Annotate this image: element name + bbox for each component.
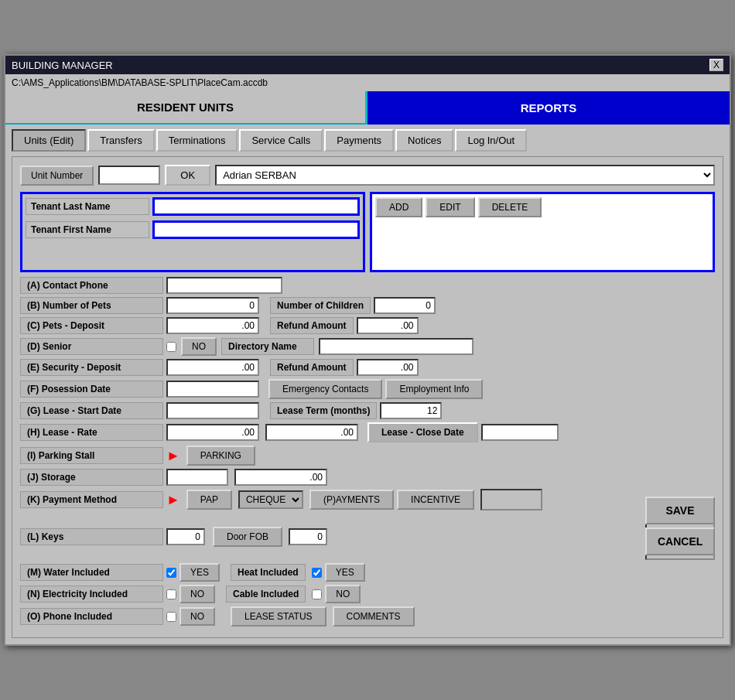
possession-date-input[interactable] xyxy=(166,381,259,398)
tab-notices[interactable]: Notices xyxy=(395,129,453,152)
main-window: BUILDING MANAGER X C:\AMS_Applications\B… xyxy=(4,54,731,646)
lease-close-date-input[interactable] xyxy=(481,424,559,441)
water-checkbox[interactable] xyxy=(166,568,176,578)
add-button[interactable]: ADD xyxy=(375,197,422,217)
water-included-label: (M) Water Included xyxy=(20,564,163,581)
electricity-included-label: (N) Electricity Included xyxy=(20,586,163,603)
lease-close-date-button[interactable]: Lease - Close Date xyxy=(368,422,478,442)
tenant-last-name-label: Tenant Last Name xyxy=(26,198,149,215)
payments-button[interactable]: (P)AYMENTS xyxy=(309,490,394,510)
contact-phone-input[interactable] xyxy=(166,277,282,294)
lease-status-button[interactable]: LEASE STATUS xyxy=(231,606,326,627)
heat-yes-btn[interactable]: YES xyxy=(325,563,365,582)
payment-method-label: (K) Payment Method xyxy=(20,491,163,508)
keys-input[interactable] xyxy=(166,528,205,545)
security-deposit-input[interactable] xyxy=(166,359,259,376)
cancel-button[interactable]: CANCEL xyxy=(645,528,715,555)
security-refund-input[interactable] xyxy=(357,359,419,376)
payment-method-row: (K) Payment Method ► PAP CHEQUE (P)AYMEN… xyxy=(20,489,715,510)
lease-start-input[interactable] xyxy=(166,402,259,419)
tab-service-calls[interactable]: Service Calls xyxy=(239,129,323,152)
tenant-last-name-input[interactable] xyxy=(152,197,360,216)
unit-number-row: Unit Number OK Adrian SERBAN xyxy=(20,165,715,186)
reports-tab[interactable]: REPORTS xyxy=(368,91,730,125)
storage-input2[interactable] xyxy=(234,469,327,486)
delete-button[interactable]: DELETE xyxy=(478,197,542,217)
lease-term-label: Lease Term (months) xyxy=(270,402,377,419)
water-included-row: (M) Water Included YES Heat Included YES xyxy=(20,563,715,582)
contact-phone-row: (A) Contact Phone xyxy=(20,277,715,294)
save-button[interactable]: SAVE xyxy=(645,497,715,524)
electricity-included-row: (N) Electricity Included NO Cable Includ… xyxy=(20,585,715,603)
fob-input[interactable] xyxy=(289,528,327,545)
heat-checkbox[interactable] xyxy=(312,568,322,578)
ok-button[interactable]: OK xyxy=(165,165,210,186)
tenant-select[interactable]: Adrian SERBAN xyxy=(215,165,715,186)
phone-checkbox[interactable] xyxy=(166,612,176,622)
children-input[interactable] xyxy=(374,297,436,314)
directory-name-input[interactable] xyxy=(319,338,473,355)
save-cancel-area: SAVE CANCEL xyxy=(645,514,715,560)
electricity-controls: NO xyxy=(166,585,215,603)
tenant-section: Tenant Last Name Tenant First Name ADD E… xyxy=(20,192,715,272)
senior-no-btn[interactable]: NO xyxy=(181,337,217,356)
senior-row: (D) Senior NO Directory Name xyxy=(20,337,715,356)
unit-number-input[interactable] xyxy=(98,166,160,185)
tab-payments[interactable]: Payments xyxy=(324,129,394,152)
tab-units-edit[interactable]: Units (Edit) xyxy=(12,129,86,152)
door-fob-button[interactable]: Door FOB xyxy=(213,527,282,547)
cable-included-label: Cable Included xyxy=(226,586,306,603)
edit-button[interactable]: EDIT xyxy=(426,197,474,217)
tab-log-in-out[interactable]: Log In/Out xyxy=(455,129,527,152)
pets-refund-label: Refund Amount xyxy=(270,317,354,334)
cable-no-btn[interactable]: NO xyxy=(325,585,361,603)
tenant-first-name-label: Tenant First Name xyxy=(26,221,149,238)
top-nav: RESIDENT UNITS REPORTS xyxy=(5,91,730,125)
lease-rate-input1[interactable] xyxy=(166,424,259,441)
directory-name-label: Directory Name xyxy=(221,338,314,355)
lease-start-row: (G) Lease - Start Date Lease Term (month… xyxy=(20,402,715,419)
lease-rate-input2[interactable] xyxy=(265,424,358,441)
pap-button[interactable]: PAP xyxy=(186,490,232,510)
lease-term-input[interactable] xyxy=(380,402,442,419)
parking-arrow-icon: ► xyxy=(166,448,180,464)
storage-input1[interactable] xyxy=(166,469,228,486)
window-title: BUILDING MANAGER xyxy=(12,60,113,71)
pets-deposit-input[interactable] xyxy=(166,317,259,334)
tab-terminations[interactable]: Terminations xyxy=(156,129,238,152)
close-button[interactable]: X xyxy=(709,59,723,71)
resident-units-tab[interactable]: RESIDENT UNITS xyxy=(5,91,368,125)
electricity-checkbox[interactable] xyxy=(166,589,176,599)
parking-stall-row: (I) Parking Stall ► PARKING xyxy=(20,446,715,466)
tab-transfers[interactable]: Transfers xyxy=(87,129,154,152)
emergency-contacts-button[interactable]: Emergency Contacts xyxy=(268,379,382,399)
comments-button[interactable]: COMMENTS xyxy=(333,606,415,627)
cable-checkbox[interactable] xyxy=(312,589,322,599)
incentive-button[interactable]: INCENTIVE xyxy=(397,490,474,510)
payment-arrow-icon: ► xyxy=(166,492,180,508)
phone-no-btn[interactable]: NO xyxy=(179,607,215,626)
tab-row: Units (Edit) Transfers Terminations Serv… xyxy=(5,125,730,152)
heat-controls: YES xyxy=(312,563,365,582)
storage-label: (J) Storage xyxy=(20,469,163,486)
heat-included-label: Heat Included xyxy=(231,564,306,581)
employment-info-button[interactable]: Employment Info xyxy=(385,379,483,399)
tenant-first-name-input[interactable] xyxy=(152,220,360,239)
tenant-right-section: ADD EDIT DELETE xyxy=(370,192,715,272)
pets-input[interactable] xyxy=(166,297,259,314)
water-yes-btn[interactable]: YES xyxy=(179,563,220,582)
tenant-right-buttons: ADD EDIT DELETE xyxy=(375,197,709,217)
file-path: C:\AMS_Applications\BM\DATABASE-SPLIT\Pl… xyxy=(5,74,730,91)
pets-refund-input[interactable] xyxy=(357,317,419,334)
storage-row: (J) Storage xyxy=(20,469,715,486)
tenant-first-name-row: Tenant First Name xyxy=(26,220,360,239)
cable-controls: NO xyxy=(312,585,361,603)
parking-stall-label: (I) Parking Stall xyxy=(20,447,163,464)
payment-cheque-select[interactable]: CHEQUE xyxy=(238,490,303,509)
tenant-name-section: Tenant Last Name Tenant First Name xyxy=(20,192,365,272)
electricity-no-btn[interactable]: NO xyxy=(179,585,215,603)
senior-label: (D) Senior xyxy=(20,338,163,355)
parking-button[interactable]: PARKING xyxy=(186,446,255,466)
keys-row: (L) Keys Door FOB SAVE CANCEL xyxy=(20,514,715,560)
senior-checkbox[interactable] xyxy=(166,342,176,352)
